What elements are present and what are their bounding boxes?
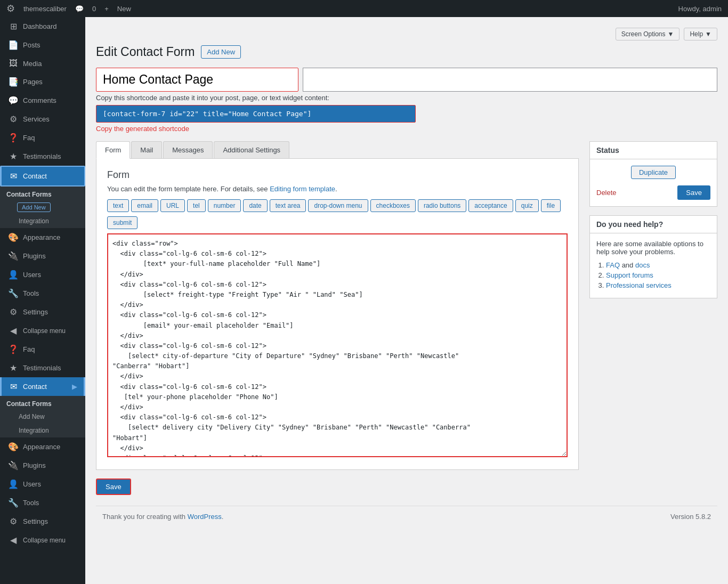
list-item: FAQ and docs bbox=[606, 261, 710, 269]
sidebar-item-contact[interactable]: ✉ Contact bbox=[0, 166, 85, 186]
sidebar-item-label: Comments bbox=[23, 96, 56, 104]
sidebar-item-appearance2[interactable]: 🎨 Appearance bbox=[0, 437, 85, 456]
help-panel-heading: Do you need help? bbox=[590, 216, 717, 233]
contact-submenu2: Contact Forms Add New Integration bbox=[0, 396, 85, 437]
help-button[interactable]: Help ▼ bbox=[684, 28, 717, 40]
sidebar-item-label: Settings bbox=[23, 517, 48, 525]
sidebar-item-tools[interactable]: 🔧 Tools bbox=[0, 284, 85, 303]
sidebar-item-users[interactable]: 👤 Users bbox=[0, 265, 85, 284]
right-sidebar: Status Duplicate Delete Save Do you need… bbox=[589, 141, 717, 495]
duplicate-button[interactable]: Duplicate bbox=[631, 166, 676, 179]
new-label[interactable]: New bbox=[117, 5, 131, 13]
sidebar-item-collapse[interactable]: ◀ Collapse menu bbox=[0, 321, 85, 340]
sidebar-item-label: Settings bbox=[23, 308, 48, 316]
site-name[interactable]: themescaliber bbox=[23, 5, 67, 13]
sidebar-item-label: Users bbox=[23, 480, 41, 488]
tab-nav: Form Mail Messages Additional Settings bbox=[96, 141, 579, 159]
sidebar-item-services[interactable]: ⚙ Services bbox=[0, 110, 85, 128]
sidebar-item-plugins[interactable]: 🔌 Plugins bbox=[0, 247, 85, 265]
tag-btn-text[interactable]: text bbox=[107, 199, 129, 212]
tag-btn-checkboxes[interactable]: checkboxes bbox=[370, 199, 416, 212]
form-code-textarea[interactable]: <div class="row"> <div class="col-lg-6 c… bbox=[107, 233, 568, 457]
copy-hint: Copy the generated shortcode bbox=[96, 125, 717, 133]
tag-btn-url[interactable]: URL bbox=[160, 199, 185, 212]
contact-icon: ✉ bbox=[8, 171, 19, 181]
new-content-icon[interactable]: + bbox=[104, 5, 109, 13]
contact-forms-heading2: Contact Forms bbox=[0, 396, 85, 410]
tag-btn-email[interactable]: email bbox=[131, 199, 158, 212]
sidebar-item-appearance[interactable]: 🎨 Appearance bbox=[0, 228, 85, 247]
sidebar-item-testimonials[interactable]: ★ Testimonials bbox=[0, 147, 85, 166]
sidebar-item-dashboard[interactable]: ⊞ Dashboard bbox=[0, 17, 85, 36]
comments-icon[interactable]: 💬 bbox=[75, 5, 84, 13]
shortcode-bar[interactable]: [contact-form-7 id="22" title="Home Cont… bbox=[96, 105, 416, 123]
delete-link[interactable]: Delete bbox=[596, 189, 617, 197]
sidebar-add-new2[interactable]: Add New bbox=[0, 410, 85, 424]
sidebar-item-collapse2[interactable]: ◀ Collapse menu bbox=[0, 531, 85, 549]
testimonials-icon: ★ bbox=[8, 151, 19, 161]
sidebar-item-pages[interactable]: 📑 Pages bbox=[0, 72, 85, 91]
tag-btn-acceptance[interactable]: acceptance bbox=[468, 199, 513, 212]
appearance-icon: 🎨 bbox=[8, 232, 19, 242]
tag-btn-tel[interactable]: tel bbox=[187, 199, 206, 212]
sidebar-item-testimonials2[interactable]: ★ Testimonials bbox=[0, 359, 85, 377]
bottom-save-button[interactable]: Save bbox=[96, 478, 131, 495]
sidebar-item-label: Users bbox=[23, 271, 41, 279]
howdy-label: Howdy, admin bbox=[678, 5, 722, 13]
sidebar-item-plugins2[interactable]: 🔌 Plugins bbox=[0, 456, 85, 475]
collapse2-icon: ◀ bbox=[8, 535, 19, 545]
collapse-icon: ◀ bbox=[8, 326, 19, 336]
tag-btn-number[interactable]: number bbox=[208, 199, 241, 212]
save-button[interactable]: Save bbox=[677, 185, 710, 200]
tag-btn-radio[interactable]: radio buttons bbox=[418, 199, 466, 212]
status-panel-heading: Status bbox=[590, 142, 717, 159]
tab-messages[interactable]: Messages bbox=[163, 141, 213, 158]
tab-mail[interactable]: Mail bbox=[131, 141, 162, 158]
support-forums-link[interactable]: Support forums bbox=[606, 271, 653, 279]
top-bar: Screen Options ▼ Help ▼ bbox=[96, 28, 717, 40]
sidebar-item-label: Contact bbox=[23, 172, 47, 180]
form-title-input[interactable] bbox=[96, 68, 298, 92]
sidebar-item-label: Services bbox=[23, 115, 50, 123]
add-new-button[interactable]: Add New bbox=[201, 45, 241, 59]
sidebar-item-settings2[interactable]: ⚙ Settings bbox=[0, 512, 85, 531]
footer-left: Thank you for creating with WordPress. bbox=[102, 513, 223, 521]
sidebar-item-settings[interactable]: ⚙ Settings bbox=[0, 303, 85, 321]
list-item: Support forums bbox=[606, 271, 710, 279]
sidebar-integration2[interactable]: Integration bbox=[0, 424, 85, 437]
docs-link[interactable]: docs bbox=[635, 261, 650, 269]
delete-save-row: Delete Save bbox=[596, 185, 710, 200]
sidebar-item-label: Appearance bbox=[23, 233, 60, 241]
help-list: FAQ and docs Support forums Professional… bbox=[596, 261, 710, 289]
screen-options-button[interactable]: Screen Options ▼ bbox=[616, 28, 680, 40]
sidebar-item-users2[interactable]: 👤 Users bbox=[0, 475, 85, 493]
sidebar-item-integration[interactable]: Integration bbox=[0, 214, 85, 228]
wordpress-link[interactable]: WordPress bbox=[188, 513, 222, 521]
tag-buttons-row2: submit bbox=[107, 216, 568, 229]
sidebar-item-faq[interactable]: ❓ Faq bbox=[0, 128, 85, 147]
tag-btn-file[interactable]: file bbox=[541, 199, 561, 212]
form-title-secondary-input[interactable] bbox=[303, 68, 717, 92]
editing-template-link[interactable]: Editing form template bbox=[270, 185, 335, 193]
sidebar-item-faq2[interactable]: ❓ Faq bbox=[0, 340, 85, 359]
faq-link[interactable]: FAQ bbox=[606, 261, 620, 269]
sidebar-item-media[interactable]: 🖼 Media bbox=[0, 54, 85, 72]
tag-btn-submit[interactable]: submit bbox=[107, 216, 137, 229]
add-new-sidebar-btn[interactable]: Add New bbox=[17, 202, 51, 212]
sidebar-item-contact2[interactable]: ✉ Contact ▶ bbox=[0, 377, 85, 396]
appearance2-icon: 🎨 bbox=[8, 442, 19, 452]
footer: Thank you for creating with WordPress. V… bbox=[96, 506, 717, 527]
sidebar-item-comments[interactable]: 💬 Comments bbox=[0, 91, 85, 110]
tag-btn-date[interactable]: date bbox=[243, 199, 267, 212]
tag-btn-textarea[interactable]: text area bbox=[270, 199, 306, 212]
sidebar-item-tools2[interactable]: 🔧 Tools bbox=[0, 493, 85, 512]
sidebar-item-posts[interactable]: 📄 Posts bbox=[0, 36, 85, 54]
professional-services-link[interactable]: Professional services bbox=[606, 281, 672, 289]
tab-form[interactable]: Form bbox=[96, 141, 130, 159]
screen-options-chevron-icon: ▼ bbox=[668, 30, 674, 38]
tab-additional-settings[interactable]: Additional Settings bbox=[214, 141, 289, 158]
tag-btn-dropdown[interactable]: drop-down menu bbox=[308, 199, 368, 212]
screen-options-label: Screen Options bbox=[621, 30, 666, 38]
wp-logo-icon[interactable]: ⚙ bbox=[6, 3, 15, 14]
tag-btn-quiz[interactable]: quiz bbox=[515, 199, 539, 212]
